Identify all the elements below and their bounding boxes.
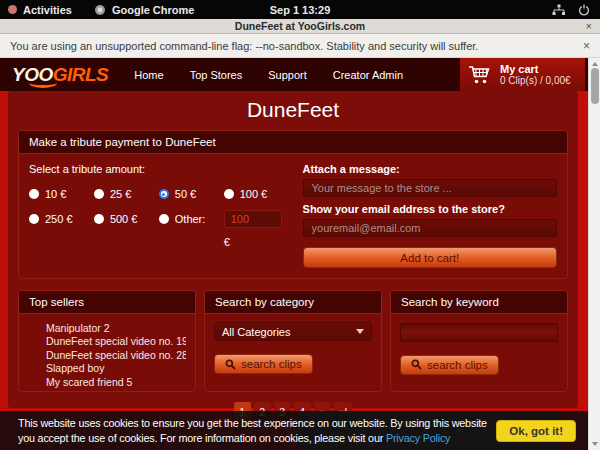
email-label: Show your email address to the store?: [303, 203, 557, 215]
activities-button[interactable]: Activities: [8, 4, 72, 16]
amount-option[interactable]: 50 €: [159, 188, 224, 200]
logo-text-girls: GIRLS: [53, 64, 109, 85]
radio-icon: [94, 189, 104, 199]
cookie-text: This website uses cookies to ensure you …: [18, 416, 490, 444]
main-container: DuneFeet Make a tribute payment to DuneF…: [8, 91, 578, 408]
search-category-header: Search by category: [205, 291, 381, 314]
category-selected-value: All Categories: [222, 326, 290, 338]
amount-options: 10 € 25 € 50 € 100 € 250 € 500 € Other: …: [29, 185, 289, 249]
network-icon[interactable]: [552, 4, 566, 16]
radio-icon: [94, 214, 104, 224]
amount-option[interactable]: 250 €: [29, 213, 94, 225]
web-page: YOOGIRLS Home Top Stores Support Creator…: [0, 58, 600, 450]
currency-label: €: [224, 236, 289, 248]
site-header: YOOGIRLS Home Top Stores Support Creator…: [0, 58, 588, 91]
search-icon: [411, 359, 422, 370]
clock[interactable]: Sep 1 13:29: [0, 4, 600, 16]
warning-text: You are using an unsupported command-lin…: [10, 40, 478, 52]
search-keyword-panel: Search by keyword search clips: [390, 290, 568, 392]
tribute-panel-header: Make a tribute payment to DuneFeet: [19, 131, 567, 154]
chevron-down-icon: [356, 329, 364, 334]
radio-icon: [29, 189, 39, 199]
logo-smile-icon: [29, 78, 57, 88]
amount-option[interactable]: 500 €: [94, 213, 159, 225]
top-sellers-list: Manipulator 2 DuneFeet special video no.…: [28, 322, 186, 389]
keyword-input[interactable]: [400, 323, 558, 342]
search-keyword-header: Search by keyword: [391, 291, 567, 314]
cart-status: 0 Clip(s) / 0,00€: [500, 75, 571, 86]
email-input[interactable]: [303, 219, 557, 237]
other-amount-input[interactable]: [224, 210, 282, 228]
nav-item-support[interactable]: Support: [268, 69, 307, 81]
chrome-icon: [94, 4, 106, 16]
scroll-up-icon[interactable]: [592, 62, 598, 66]
nav-item-top-stores[interactable]: Top Stores: [190, 69, 243, 81]
nav-item-creator-admin[interactable]: Creator Admin: [333, 69, 403, 81]
radio-icon: [224, 189, 234, 199]
page-scrollbar[interactable]: [588, 58, 600, 450]
cart-icon: [468, 65, 492, 85]
browser-warning-bar: You are using an unsupported command-lin…: [0, 34, 600, 58]
radio-icon: [159, 214, 169, 224]
list-item[interactable]: DuneFeet special video no. 195 T: [46, 335, 186, 348]
radio-icon: [159, 189, 169, 199]
tribute-panel: Make a tribute payment to DuneFeet Selec…: [18, 130, 568, 279]
window-title-bar: DuneFeet at YooGirls.com ×: [0, 19, 600, 34]
amount-option[interactable]: 10 €: [29, 188, 94, 200]
power-icon[interactable]: [578, 4, 590, 16]
cookie-accept-button[interactable]: Ok, got it!: [496, 420, 576, 442]
page-title: DuneFeet: [18, 91, 568, 130]
search-icon: [225, 359, 236, 370]
search-clips-button[interactable]: search clips: [214, 354, 313, 374]
site-logo[interactable]: YOOGIRLS: [12, 65, 108, 84]
cart-widget[interactable]: My cart 0 Clip(s) / 0,00€: [460, 58, 585, 91]
nav-item-home[interactable]: Home: [134, 69, 163, 81]
amount-option[interactable]: 25 €: [94, 188, 159, 200]
window-title: DuneFeet at YooGirls.com: [0, 20, 600, 32]
privacy-policy-link[interactable]: Privacy Policy: [386, 432, 450, 444]
main-nav: Home Top Stores Support Creator Admin: [134, 69, 403, 81]
message-label: Attach a message:: [303, 163, 557, 175]
search-clips-button[interactable]: search clips: [400, 355, 499, 375]
app-name-label: Google Chrome: [112, 4, 195, 16]
active-app-menu[interactable]: Google Chrome: [94, 4, 195, 16]
scrollbar-thumb[interactable]: [591, 68, 599, 104]
list-item[interactable]: DuneFeet special video no. 280 F: [46, 349, 186, 362]
scroll-down-icon[interactable]: [592, 442, 598, 446]
activities-label: Activities: [23, 4, 72, 16]
list-item[interactable]: Slapped boy: [46, 362, 186, 375]
activities-indicator-icon: [8, 5, 17, 14]
search-category-panel: Search by category All Categories search…: [204, 290, 382, 392]
top-sellers-header: Top sellers: [19, 291, 195, 314]
warning-close-icon[interactable]: ×: [583, 39, 590, 53]
amount-option[interactable]: 100 €: [224, 188, 289, 200]
add-to-cart-button[interactable]: Add to cart!: [303, 247, 557, 268]
list-item[interactable]: Manipulator 2: [46, 322, 186, 335]
message-input[interactable]: [303, 179, 557, 197]
radio-icon: [29, 214, 39, 224]
top-sellers-panel: Top sellers Manipulator 2 DuneFeet speci…: [18, 290, 196, 392]
amount-select-label: Select a tribute amount:: [29, 163, 289, 175]
amount-option[interactable]: Other:: [159, 213, 224, 225]
cookie-banner: This website uses cookies to ensure you …: [0, 411, 588, 450]
window-close-icon[interactable]: ×: [586, 20, 592, 32]
desktop-top-bar: Activities Google Chrome Sep 1 13:29: [0, 0, 600, 19]
cart-title: My cart: [500, 63, 571, 75]
category-select[interactable]: All Categories: [214, 322, 372, 341]
list-item[interactable]: My scared friend 5: [46, 376, 186, 389]
